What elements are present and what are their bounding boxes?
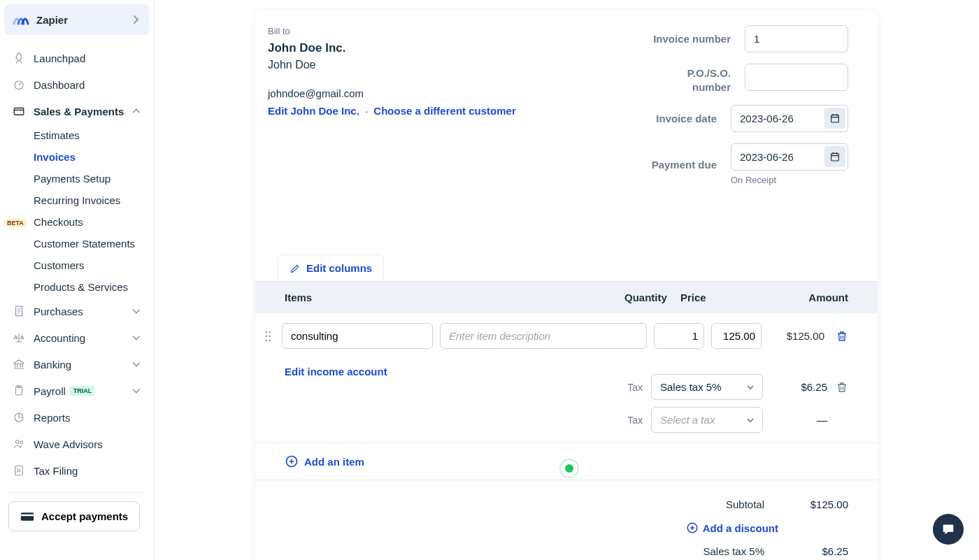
status-indicator — [559, 459, 579, 478]
sub-estimates[interactable]: Estimates — [34, 124, 150, 146]
nav-launchpad[interactable]: Launchpad — [4, 45, 150, 71]
bill-email: johndoe@gmail.com — [268, 86, 555, 101]
caret-down-icon — [747, 417, 754, 424]
nav-label: Accounting — [34, 332, 85, 344]
nav-tax-filing[interactable]: Tax Filing — [4, 457, 150, 484]
chevron-down-icon — [131, 359, 141, 369]
nav-label: Sales & Payments — [34, 106, 124, 117]
app-logo-icon — [13, 11, 29, 28]
credit-card-icon — [20, 512, 34, 522]
choose-customer-link[interactable]: Choose a different customer — [373, 105, 515, 117]
quantity-input[interactable] — [654, 323, 704, 349]
calendar-icon[interactable] — [824, 108, 845, 129]
chat-icon — [941, 522, 956, 537]
po-number-input[interactable] — [745, 64, 848, 91]
sub-payments-setup[interactable]: Payments Setup — [34, 168, 150, 189]
sub-recurring[interactable]: Recurring Invoices — [34, 189, 150, 211]
payment-due-label: Payment due — [652, 159, 717, 171]
col-quantity: Quantity — [624, 292, 680, 303]
nav-purchases[interactable]: Purchases — [4, 298, 150, 324]
add-discount-button[interactable]: Add a discount — [686, 522, 778, 534]
svg-point-18 — [269, 339, 271, 340]
sub-products[interactable]: Products & Services — [34, 276, 150, 298]
accept-payments-label: Accept payments — [41, 510, 128, 522]
nav-banking[interactable]: Banking — [4, 351, 150, 378]
price-input[interactable] — [711, 323, 762, 349]
percent-file-icon — [13, 464, 25, 477]
users-icon — [13, 438, 25, 450]
col-amount: Amount — [764, 292, 848, 303]
sub-customer-statements[interactable]: Customer Statements — [34, 233, 150, 254]
chevron-down-icon — [131, 333, 141, 343]
divider — [8, 492, 145, 493]
trash-icon[interactable] — [836, 381, 848, 394]
add-item-label: Add an item — [304, 456, 364, 468]
chart-icon — [13, 411, 25, 424]
tax-select-1[interactable]: Sales tax 5% — [651, 374, 763, 400]
plus-circle-icon — [686, 522, 699, 534]
nav-sales-payments[interactable]: Sales & Payments — [4, 98, 150, 124]
item-name-input[interactable] — [282, 323, 433, 349]
trial-badge: TRIAL — [70, 386, 96, 396]
svg-point-13 — [266, 331, 267, 332]
bill-company: John Doe Inc. — [268, 40, 555, 57]
sub-checkouts[interactable]: BETA Checkouts — [34, 211, 150, 233]
item-description-input[interactable] — [440, 323, 647, 349]
app-switcher[interactable]: Zapier — [4, 4, 150, 35]
add-discount-label: Add a discount — [703, 522, 778, 534]
edit-income-link[interactable]: Edit income account — [285, 366, 387, 378]
calendar-icon[interactable] — [824, 146, 845, 167]
invoice-number-label: Invoice number — [653, 33, 731, 45]
chevron-right-icon — [130, 14, 141, 25]
po-number-label: P.O./S.O.number — [687, 66, 731, 94]
nav-dashboard[interactable]: Dashboard — [4, 71, 150, 98]
svg-rect-1 — [14, 108, 24, 115]
card-icon — [13, 105, 25, 117]
tax-select-value: Sales tax 5% — [660, 381, 722, 393]
bill-person: John Doe — [268, 57, 555, 73]
tax-label: Tax — [627, 382, 643, 393]
edit-columns-button[interactable]: Edit columns — [278, 254, 384, 281]
accept-payments-button[interactable]: Accept payments — [8, 501, 140, 531]
edit-columns-label: Edit columns — [306, 262, 372, 274]
receipt-icon — [13, 305, 25, 317]
nav-advisors[interactable]: Wave Advisors — [4, 431, 150, 457]
payment-due-note: On Receipt — [731, 175, 848, 185]
rocket-icon — [13, 52, 25, 64]
plus-circle-icon — [285, 454, 299, 468]
svg-rect-10 — [21, 514, 34, 516]
drag-handle-icon[interactable] — [265, 331, 272, 342]
svg-point-16 — [269, 335, 271, 336]
trash-icon[interactable] — [836, 330, 848, 343]
chat-button[interactable] — [933, 514, 964, 545]
gauge-icon — [13, 78, 25, 91]
separator: · — [365, 105, 368, 117]
nav-label: Payroll — [34, 385, 66, 397]
nav-payroll[interactable]: Payroll TRIAL — [4, 378, 150, 404]
tax-select-2[interactable]: Select a tax — [651, 407, 763, 433]
nav-label: Wave Advisors — [34, 438, 103, 450]
svg-point-6 — [16, 440, 20, 444]
pencil-icon — [290, 263, 301, 274]
invoice-number-input[interactable] — [745, 25, 848, 52]
svg-rect-12 — [831, 153, 839, 161]
col-price: Price — [680, 292, 736, 303]
tax-total-label: Sales tax 5% — [703, 545, 764, 557]
svg-rect-11 — [831, 115, 839, 122]
svg-point-14 — [269, 331, 271, 332]
subtotal-value: $125.00 — [778, 498, 848, 510]
nav-label: Dashboard — [34, 79, 85, 91]
nav-accounting[interactable]: Accounting — [4, 324, 150, 351]
svg-rect-9 — [21, 512, 34, 521]
edit-customer-link[interactable]: Edit John Doe Inc. — [268, 105, 359, 117]
totals-section: Subtotal $125.00 Add a discount Sales ta… — [255, 480, 878, 560]
nav-label: Banking — [34, 359, 71, 371]
sales-subitems: Estimates Invoices Payments Setup Recurr… — [4, 124, 150, 298]
sub-invoices[interactable]: Invoices — [34, 146, 150, 168]
bill-to-section: Bill to John Doe Inc. John Doe johndoe@g… — [268, 25, 555, 188]
clipboard-icon — [13, 385, 25, 397]
sub-customers[interactable]: Customers — [34, 254, 150, 276]
nav-reports[interactable]: Reports — [4, 404, 150, 431]
chevron-up-icon — [131, 106, 141, 116]
tax-label: Tax — [627, 415, 643, 426]
